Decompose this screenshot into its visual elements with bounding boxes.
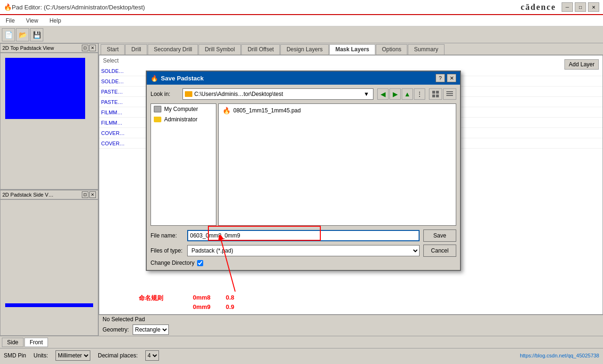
file-name: 0805_1mm15_1mm45.pad (233, 107, 301, 114)
look-in-arrow: ▼ (364, 91, 371, 97)
file-item[interactable]: 🔥 0805_1mm15_1mm45.pad (221, 106, 454, 115)
nav-back-btn[interactable]: ◀ (377, 88, 389, 100)
file-icon: 🔥 (222, 107, 230, 114)
filetype-row: Files of type: Padstack (*.pad) Cancel (151, 245, 456, 257)
svg-line-8 (221, 240, 235, 292)
view-buttons (429, 88, 456, 100)
look-in-row: Look in: C:\Users\Adminis…tor\Desktop\te… (151, 88, 456, 100)
nav-item-mycomputer[interactable]: My Computer (151, 104, 216, 114)
look-in-combo[interactable]: C:\Users\Adminis…tor\Desktop\test ▼ (182, 88, 373, 100)
changedir-checkbox[interactable] (197, 260, 203, 266)
mycomputer-icon (154, 106, 161, 112)
view-list-btn[interactable] (443, 88, 456, 100)
annotation-naming: 命名规则 (139, 294, 163, 302)
nav-item-administrator[interactable]: Administrator (151, 114, 216, 125)
dialog-title-bar: 🔥 Save Padstack ? ✕ (147, 71, 460, 85)
view-grid-btn[interactable] (429, 88, 442, 100)
annotation-0mm9: 0mm9 (193, 303, 211, 310)
nav-up-btn[interactable]: ▲ (402, 88, 413, 100)
svg-rect-4 (446, 91, 453, 92)
dialog-help-button[interactable]: ? (436, 74, 445, 82)
dialog-panels: My Computer Administrator 🔥 0805_1mm15_1… (151, 103, 456, 226)
save-padstack-dialog: 🔥 Save Padstack ? ✕ Look in: C:\Users\Ad… (146, 71, 461, 271)
filename-label: File name: (151, 232, 183, 239)
dialog-title-text: Save Padstack (161, 75, 204, 82)
admin-label: Administrator (164, 116, 198, 123)
look-in-value: C:\Users\Adminis…tor\Desktop\test (194, 91, 283, 97)
dialog-cancel-button[interactable]: Cancel (423, 245, 456, 257)
svg-rect-3 (436, 95, 439, 97)
filename-row: File name: Save (151, 229, 456, 242)
dialog-icon: 🔥 (151, 75, 158, 82)
dialog-overlay: 🔥 Save Padstack ? ✕ Look in: C:\Users\Ad… (0, 0, 603, 364)
svg-rect-5 (446, 93, 453, 94)
mycomputer-label: My Computer (164, 106, 198, 112)
annotation-09: 0.9 (226, 303, 234, 310)
look-in-label: Look in: (151, 91, 179, 97)
changedir-row: Change Directory (151, 260, 456, 266)
dialog-body: Look in: C:\Users\Adminis…tor\Desktop\te… (147, 85, 460, 270)
svg-rect-6 (446, 95, 453, 96)
left-nav: My Computer Administrator (151, 103, 216, 226)
nav-forward-btn[interactable]: ▶ (389, 88, 401, 100)
svg-rect-2 (432, 95, 435, 97)
admin-folder-icon (154, 117, 161, 122)
annotation-arrow (207, 235, 263, 296)
svg-rect-0 (432, 91, 435, 94)
file-list[interactable]: 🔥 0805_1mm15_1mm45.pad (218, 103, 456, 226)
filetype-label: Files of type: (151, 247, 183, 254)
nav-menu-btn[interactable]: ⋮ (414, 88, 425, 100)
dialog-save-button[interactable]: Save (423, 229, 456, 242)
svg-rect-1 (436, 91, 439, 94)
changedir-label: Change Directory (151, 260, 194, 266)
nav-buttons: ◀ ▶ ▲ ⋮ (377, 88, 425, 100)
dialog-close-button[interactable]: ✕ (447, 74, 456, 82)
